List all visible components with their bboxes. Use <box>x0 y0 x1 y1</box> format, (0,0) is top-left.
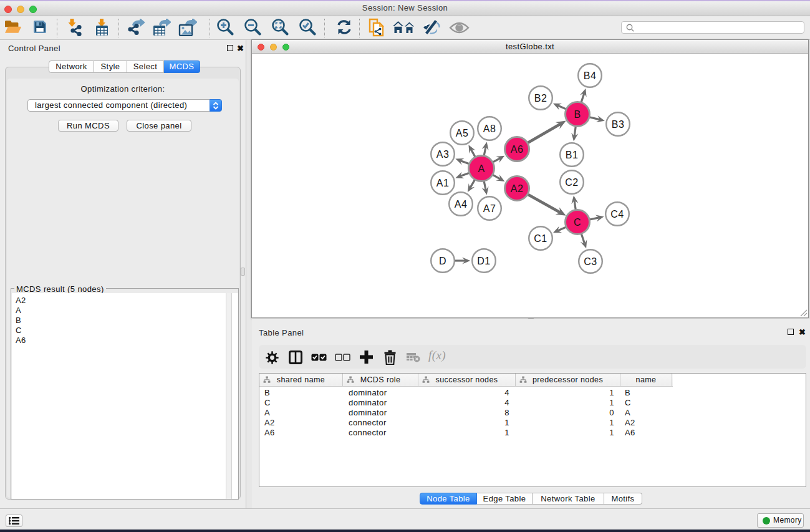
svg-text:C: C <box>574 217 581 228</box>
svg-text:A6: A6 <box>511 144 523 155</box>
svg-text:A3: A3 <box>436 149 449 160</box>
svg-text:A: A <box>478 163 485 174</box>
svg-text:C1: C1 <box>534 233 547 244</box>
svg-text:B: B <box>574 109 581 120</box>
svg-text:C2: C2 <box>565 177 578 188</box>
svg-text:B3: B3 <box>612 119 624 130</box>
svg-text:B1: B1 <box>566 150 578 160</box>
svg-text:A2: A2 <box>511 183 523 194</box>
svg-text:A5: A5 <box>456 128 468 138</box>
svg-text:C3: C3 <box>584 256 597 267</box>
svg-text:D1: D1 <box>477 256 490 266</box>
svg-text:A4: A4 <box>455 199 467 210</box>
svg-text:C4: C4 <box>610 209 624 220</box>
svg-text:D: D <box>439 256 446 266</box>
svg-text:A1: A1 <box>436 178 449 188</box>
svg-text:A7: A7 <box>483 203 496 214</box>
svg-text:A8: A8 <box>483 123 496 134</box>
svg-text:B4: B4 <box>584 70 596 81</box>
svg-text:B2: B2 <box>534 93 547 104</box>
